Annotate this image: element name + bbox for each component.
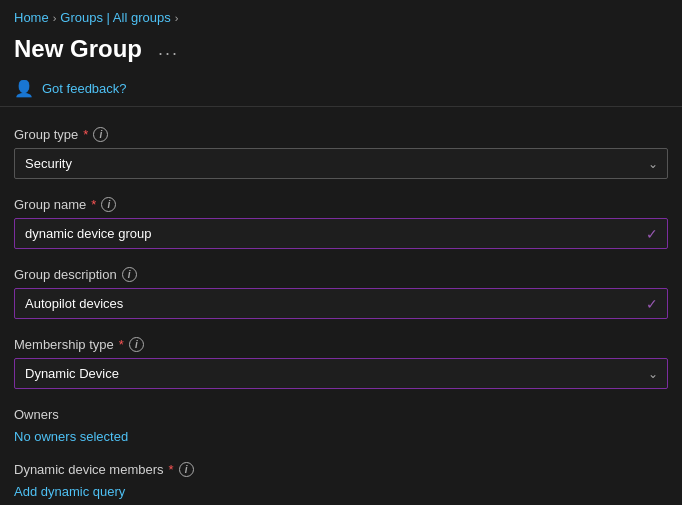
page-header: New Group ... (0, 31, 682, 71)
add-dynamic-query-link[interactable]: Add dynamic query (14, 484, 125, 499)
group-name-input[interactable] (14, 218, 668, 249)
dynamic-members-info-icon[interactable]: i (179, 462, 194, 477)
breadcrumb-home[interactable]: Home (14, 10, 49, 25)
no-owners-link[interactable]: No owners selected (14, 429, 128, 444)
group-description-label-text: Group description (14, 267, 117, 282)
group-type-select[interactable]: Security Microsoft 365 (14, 148, 668, 179)
group-type-required: * (83, 127, 88, 142)
group-description-info-icon[interactable]: i (122, 267, 137, 282)
group-name-label: Group name * i (14, 197, 668, 212)
owners-label: Owners (14, 407, 668, 422)
group-type-label-text: Group type (14, 127, 78, 142)
group-description-input-wrapper: ✓ (14, 288, 668, 319)
breadcrumb-sep1: › (53, 12, 57, 24)
membership-type-select-wrapper: Dynamic Device Assigned Dynamic User ⌄ (14, 358, 668, 389)
membership-type-info-icon[interactable]: i (129, 337, 144, 352)
dynamic-members-required: * (169, 462, 174, 477)
group-description-input[interactable] (14, 288, 668, 319)
breadcrumb: Home › Groups | All groups › (0, 0, 682, 31)
group-name-input-wrapper: ✓ (14, 218, 668, 249)
membership-type-label: Membership type * i (14, 337, 668, 352)
group-name-info-icon[interactable]: i (101, 197, 116, 212)
breadcrumb-groups[interactable]: Groups | All groups (60, 10, 170, 25)
page-title: New Group (14, 35, 142, 63)
group-type-select-wrapper: Security Microsoft 365 ⌄ (14, 148, 668, 179)
dynamic-members-label: Dynamic device members * i (14, 462, 668, 477)
group-type-group: Group type * i Security Microsoft 365 ⌄ (14, 127, 668, 179)
owners-section: Owners No owners selected (14, 407, 668, 444)
membership-type-label-text: Membership type (14, 337, 114, 352)
group-name-required: * (91, 197, 96, 212)
group-description-group: Group description i ✓ (14, 267, 668, 319)
feedback-icon: 👤 (14, 79, 34, 98)
dynamic-members-label-text: Dynamic device members (14, 462, 164, 477)
membership-type-required: * (119, 337, 124, 352)
group-description-label: Group description i (14, 267, 668, 282)
feedback-link[interactable]: Got feedback? (42, 81, 127, 96)
feedback-bar: 👤 Got feedback? (0, 71, 682, 107)
membership-type-select[interactable]: Dynamic Device Assigned Dynamic User (14, 358, 668, 389)
membership-type-group: Membership type * i Dynamic Device Assig… (14, 337, 668, 389)
form-body: Group type * i Security Microsoft 365 ⌄ … (0, 117, 682, 505)
dynamic-members-section: Dynamic device members * i Add dynamic q… (14, 462, 668, 499)
group-type-label: Group type * i (14, 127, 668, 142)
breadcrumb-sep2: › (175, 12, 179, 24)
group-type-info-icon[interactable]: i (93, 127, 108, 142)
group-name-group: Group name * i ✓ (14, 197, 668, 249)
group-name-label-text: Group name (14, 197, 86, 212)
ellipsis-button[interactable]: ... (152, 37, 185, 62)
